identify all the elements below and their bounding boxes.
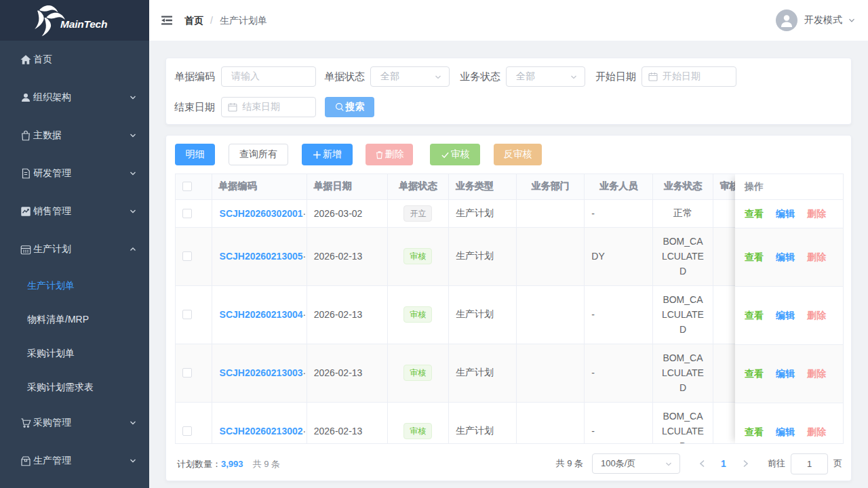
svg-text:MainTech: MainTech	[60, 18, 107, 30]
